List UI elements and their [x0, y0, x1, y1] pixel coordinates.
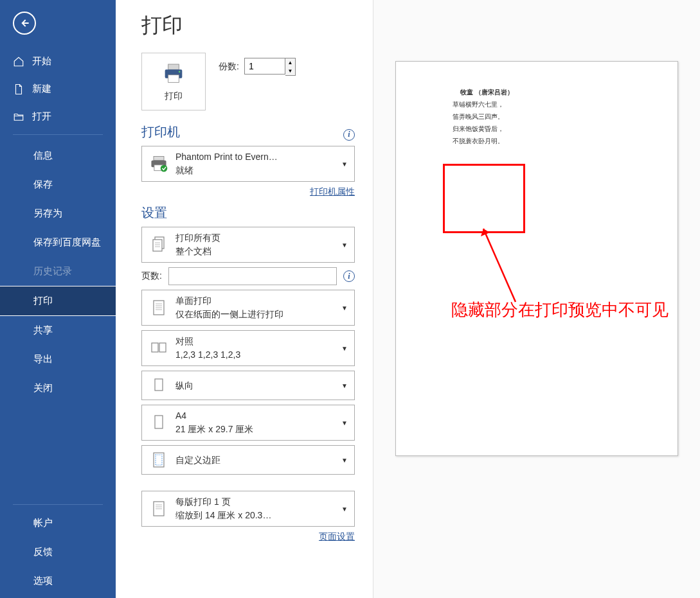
svg-rect-2	[168, 75, 179, 83]
nav-new[interactable]: 新建	[0, 75, 116, 103]
poem-line: 不脱蓑衣卧月明。	[396, 135, 678, 147]
printer-status: 就绪	[175, 164, 335, 177]
dd-title: 对照	[175, 335, 335, 348]
chevron-down-icon: ▼	[341, 419, 348, 427]
orientation-dropdown[interactable]: 纵向 ▼	[141, 371, 355, 400]
pages-label: 页数:	[141, 270, 162, 282]
dd-sub: 缩放到 14 厘米 x 20.3…	[175, 509, 335, 522]
spinner-down[interactable]: ▼	[285, 67, 295, 75]
back-arrow-icon	[18, 17, 31, 30]
dd-title: 打印所有页	[175, 231, 335, 245]
svg-rect-9	[153, 240, 162, 251]
printer-icon	[161, 61, 186, 87]
nav-close[interactable]: 关闭	[0, 374, 116, 403]
paper-size-icon	[148, 412, 169, 433]
svg-rect-12	[159, 343, 166, 352]
svg-point-3	[179, 71, 181, 73]
collate-dropdown[interactable]: 对照 1,2,3 1,2,3 1,2,3 ▼	[141, 330, 355, 366]
nav-share[interactable]: 共享	[0, 316, 116, 345]
page-title: 打印	[141, 12, 355, 40]
nav-print[interactable]: 打印	[0, 286, 116, 316]
nav-account[interactable]: 帐户	[0, 509, 116, 538]
sheets-per-page-icon	[148, 498, 169, 519]
dd-sub: 21 厘米 x 29.7 厘米	[175, 423, 335, 436]
svg-rect-13	[155, 379, 163, 391]
nav-home[interactable]: 开始	[0, 48, 116, 75]
printer-properties-link[interactable]: 打印机属性	[310, 186, 355, 197]
pages-icon	[148, 234, 169, 255]
nav-open[interactable]: 打开	[0, 103, 116, 130]
printer-name: Phantom Print to Evern…	[175, 150, 335, 164]
svg-point-7	[161, 165, 168, 172]
nav-feedback[interactable]: 反馈	[0, 538, 116, 567]
dd-title: 单面打印	[175, 294, 335, 308]
chevron-down-icon: ▼	[341, 161, 348, 168]
margins-icon	[148, 450, 169, 470]
annotation-arrow-icon	[477, 225, 528, 308]
annotation-highlight-box	[443, 164, 525, 233]
copies-spinner: ▲ ▼	[285, 58, 296, 76]
nav-save[interactable]: 保存	[0, 170, 116, 199]
print-action-button[interactable]: 打印	[141, 53, 206, 110]
svg-rect-14	[155, 416, 163, 428]
folder-open-icon	[13, 111, 24, 123]
preview-document-content: 牧童 （唐宋吕岩） 草铺横野六七里， 笛弄晚风三四声。 归来饱饭黄昏后， 不脱蓑…	[396, 86, 678, 147]
chevron-down-icon: ▼	[341, 242, 348, 249]
sheets-dropdown[interactable]: 每版打印 1 页 缩放到 14 厘米 x 20.3… ▼	[141, 491, 355, 527]
svg-rect-0	[168, 64, 179, 69]
copies-label: 份数:	[219, 61, 239, 73]
file-icon	[13, 84, 24, 95]
poem-line: 归来饱饭黄昏后，	[396, 123, 678, 135]
nav-export[interactable]: 导出	[0, 345, 116, 374]
printer-ready-icon	[148, 154, 169, 174]
sidebar-divider	[13, 134, 103, 135]
print-preview-area: 牧童 （唐宋吕岩） 草铺横野六七里， 笛弄晚风三四声。 归来饱饭黄昏后， 不脱蓑…	[373, 0, 700, 598]
sided-dropdown[interactable]: 单面打印 仅在纸面的一侧上进行打印 ▼	[141, 290, 355, 326]
poem-title: 牧童 （唐宋吕岩）	[396, 86, 678, 98]
paper-dropdown[interactable]: A4 21 厘米 x 29.7 厘米 ▼	[141, 405, 355, 441]
backstage-sidebar: 开始 新建 打开 信息 保存 另存为 保存到百度网盘 历史记录 打印 共享 导出…	[0, 0, 116, 598]
chevron-down-icon: ▼	[341, 304, 348, 312]
sidebar-divider	[13, 504, 103, 505]
nav-info[interactable]: 信息	[0, 141, 116, 170]
main-area: 打印 打印 份数: ▲ ▼	[116, 0, 700, 598]
poem-line: 草铺横野六七里，	[396, 98, 678, 110]
nav-label: 打开	[32, 110, 51, 123]
chevron-down-icon: ▼	[341, 457, 348, 464]
spinner-up[interactable]: ▲	[285, 58, 295, 67]
margins-dropdown[interactable]: 自定义边距 ▼	[141, 445, 355, 475]
nav-options[interactable]: 选项	[0, 567, 116, 595]
dd-title: 自定义边距	[175, 453, 335, 467]
settings-section-title: 设置	[141, 204, 355, 222]
copies-input[interactable]	[244, 58, 285, 75]
page-setup-link[interactable]: 页面设置	[319, 531, 355, 541]
pages-option-dropdown[interactable]: 打印所有页 整个文档 ▼	[141, 227, 355, 263]
chevron-down-icon: ▼	[341, 382, 348, 389]
home-icon	[13, 56, 24, 67]
nav-label: 开始	[32, 55, 51, 67]
svg-rect-4	[154, 156, 164, 160]
annotation-text: 隐藏部分在打印预览中不可见	[451, 298, 669, 321]
dd-title: A4	[175, 409, 335, 423]
dd-sub: 整个文档	[175, 245, 335, 258]
nav-save-baidu[interactable]: 保存到百度网盘	[0, 228, 116, 257]
single-sided-icon	[148, 297, 169, 318]
nav-saveas[interactable]: 另存为	[0, 199, 116, 228]
svg-rect-11	[152, 343, 158, 352]
dd-title: 纵向	[175, 379, 335, 392]
collate-icon	[148, 338, 169, 358]
info-icon[interactable]: i	[343, 129, 355, 141]
dd-sub: 1,2,3 1,2,3 1,2,3	[175, 348, 335, 362]
preview-page: 牧童 （唐宋吕岩） 草铺横野六七里， 笛弄晚风三四声。 归来饱饭黄昏后， 不脱蓑…	[395, 61, 678, 456]
svg-line-18	[483, 229, 516, 302]
printer-dropdown[interactable]: Phantom Print to Evern… 就绪 ▼	[141, 146, 355, 182]
back-button[interactable]	[13, 12, 36, 35]
pages-input[interactable]	[168, 267, 337, 285]
printer-section-title: 打印机	[141, 123, 180, 141]
dd-title: 每版打印 1 页	[175, 495, 335, 509]
chevron-down-icon: ▼	[341, 345, 348, 352]
info-icon[interactable]: i	[343, 270, 355, 282]
print-settings-panel: 打印 打印 份数: ▲ ▼	[116, 0, 373, 598]
dd-sub: 仅在纸面的一侧上进行打印	[175, 308, 335, 321]
poem-line: 笛弄晚风三四声。	[396, 110, 678, 123]
